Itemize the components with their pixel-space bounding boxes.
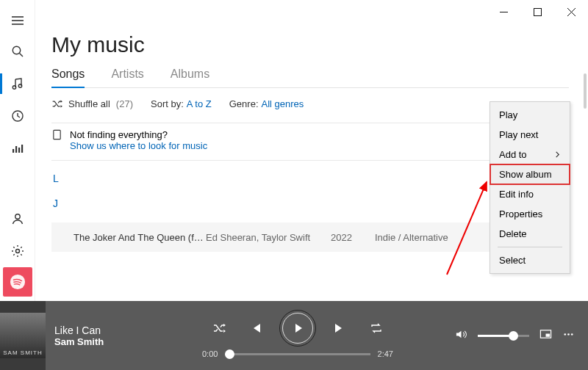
hint-question: Not finding everything? <box>70 129 168 140</box>
settings-icon[interactable] <box>0 235 35 267</box>
miniplayer-icon[interactable] <box>539 328 552 344</box>
chevron-right-icon <box>554 151 561 158</box>
song-count: (27) <box>116 98 133 109</box>
ctx-select[interactable]: Select <box>490 250 570 270</box>
ctx-delete[interactable]: Delete <box>490 224 570 244</box>
svg-rect-1 <box>534 8 541 15</box>
page-title: My music <box>51 32 569 57</box>
account-icon[interactable] <box>0 203 35 235</box>
now-playing-icon[interactable] <box>0 132 35 164</box>
shuffle-all-button[interactable]: Shuffle all (27) <box>51 98 133 109</box>
song-artist: Ed Sheeran, Taylor Swift <box>206 232 331 243</box>
volume-slider[interactable] <box>478 335 529 337</box>
window-controls <box>487 0 588 23</box>
shuffle-icon <box>51 98 62 109</box>
svg-line-8 <box>19 54 23 57</box>
ctx-play-next[interactable]: Play next <box>490 125 570 145</box>
close-button[interactable] <box>554 0 588 23</box>
sidebar <box>0 0 35 301</box>
my-music-icon[interactable] <box>0 68 35 100</box>
shuffle-label: Shuffle all <box>68 98 110 109</box>
svg-rect-20 <box>54 130 60 139</box>
svg-rect-14 <box>15 146 17 153</box>
svg-rect-15 <box>18 148 20 153</box>
player-bar: SAM SMITH Like I Can Sam Smith 0:00 2:47 <box>0 301 588 370</box>
svg-point-24 <box>564 333 566 335</box>
sort-control[interactable]: Sort by: A to Z <box>151 98 212 109</box>
previous-button[interactable] <box>245 318 266 338</box>
svg-point-25 <box>567 333 570 335</box>
context-menu: Play Play next Add to Show album Edit in… <box>490 101 570 274</box>
volume-thumb[interactable] <box>509 331 518 341</box>
svg-point-7 <box>12 46 20 54</box>
repeat-button[interactable] <box>366 318 387 338</box>
minimize-button[interactable] <box>487 0 520 23</box>
now-playing[interactable]: SAM SMITH Like I Can Sam Smith <box>0 301 169 370</box>
play-button[interactable] <box>282 313 313 344</box>
song-genre: Indie / Alternative <box>375 232 470 243</box>
next-button[interactable] <box>329 318 350 338</box>
time-elapsed: 0:00 <box>202 349 218 358</box>
device-icon <box>51 129 62 140</box>
album-art: SAM SMITH <box>0 301 46 370</box>
genre-control[interactable]: Genre: All genres <box>229 98 304 109</box>
time-duration: 2:47 <box>378 349 393 358</box>
tabs: Songs Artists Albums <box>51 68 569 88</box>
np-title: Like I Can <box>54 324 104 336</box>
ctx-edit-info[interactable]: Edit info <box>490 184 570 204</box>
recent-plays-icon[interactable] <box>0 100 35 132</box>
svg-rect-13 <box>12 149 14 153</box>
progress-thumb[interactable] <box>225 349 234 359</box>
svg-point-26 <box>571 333 573 335</box>
hamburger-menu-icon[interactable] <box>0 4 35 37</box>
svg-point-17 <box>15 214 19 219</box>
tab-artists[interactable]: Artists <box>111 68 143 87</box>
song-year: 2022 <box>331 232 375 243</box>
np-artist: Sam Smith <box>54 336 104 347</box>
more-icon[interactable] <box>562 328 575 344</box>
progress-bar[interactable]: 0:00 2:47 <box>202 349 393 358</box>
tab-albums[interactable]: Albums <box>171 68 209 87</box>
spotify-icon[interactable] <box>3 267 32 297</box>
shuffle-button[interactable] <box>209 318 229 338</box>
ctx-play[interactable]: Play <box>490 105 570 125</box>
volume-icon[interactable] <box>455 328 467 344</box>
song-title: The Joker And The Queen (feat. Tay <box>51 232 206 243</box>
tab-songs[interactable]: Songs <box>51 68 85 88</box>
ctx-properties[interactable]: Properties <box>490 204 570 224</box>
playback-controls: 0:00 2:47 <box>169 301 426 370</box>
right-controls <box>426 301 588 370</box>
svg-rect-16 <box>21 145 23 153</box>
ctx-separator <box>498 247 562 247</box>
maximize-button[interactable] <box>520 0 554 23</box>
scrollbar-thumb[interactable] <box>584 73 587 109</box>
svg-point-18 <box>15 250 19 253</box>
search-icon[interactable] <box>0 35 35 68</box>
ctx-show-album[interactable]: Show album <box>490 164 570 184</box>
ctx-add-to[interactable]: Add to <box>490 145 570 164</box>
svg-rect-23 <box>546 333 551 336</box>
svg-point-10 <box>18 84 21 87</box>
